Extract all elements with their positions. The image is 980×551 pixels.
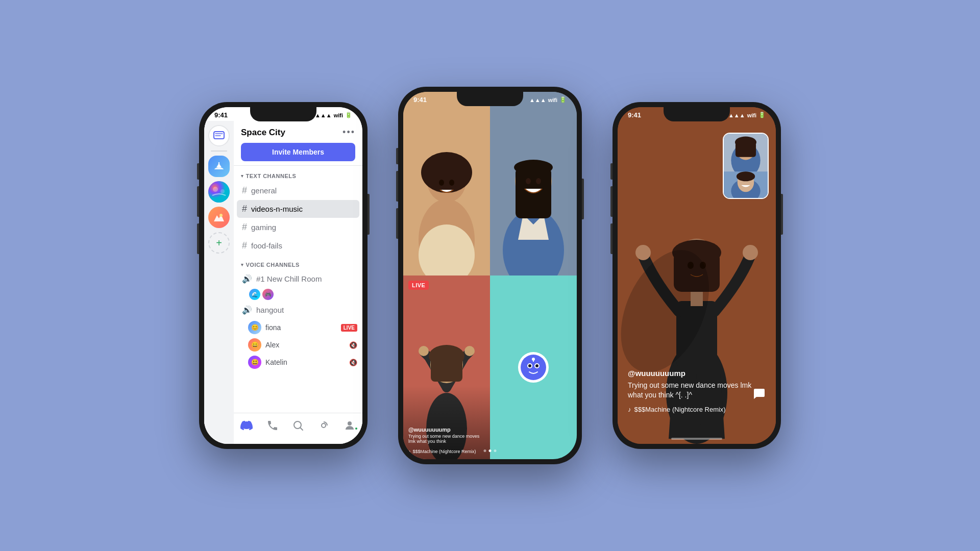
svg-point-2 bbox=[208, 181, 230, 203]
svg-point-23 bbox=[514, 160, 553, 175]
phone-2-screen: 9:41 ▲▲▲ wifi 🔋 bbox=[403, 92, 577, 459]
add-server-button[interactable]: + bbox=[208, 232, 230, 254]
dot-3 bbox=[494, 449, 497, 452]
channel-name-gaming: gaming bbox=[251, 223, 276, 232]
pip-person-1-svg bbox=[724, 134, 768, 172]
voice-hangout[interactable]: 🔊 hangout bbox=[237, 302, 359, 318]
speech-bubble-icon bbox=[752, 387, 766, 400]
volume-mute-button-3[interactable] bbox=[610, 163, 612, 180]
svg-point-4 bbox=[220, 189, 225, 193]
channel-sections: ▾ TEXT CHANNELS # general # videos-n-mus… bbox=[234, 166, 362, 413]
dance-music-track: $$$Machine (Nightcore Remix) bbox=[634, 406, 726, 413]
volume-down-button-3[interactable] bbox=[610, 223, 612, 254]
alex-name: Alex bbox=[265, 341, 345, 349]
video-cell-bottom-right bbox=[490, 276, 577, 459]
katelin-avatar: 😃 bbox=[248, 356, 261, 369]
status-icons-2: ▲▲▲ wifi 🔋 bbox=[529, 96, 567, 103]
phone-3: 9:41 ▲▲▲ wifi 🔋 bbox=[612, 102, 781, 449]
live-badge-fiona: LIVE bbox=[341, 324, 357, 332]
svg-point-8 bbox=[348, 421, 352, 425]
text-channels-header[interactable]: ▾ TEXT CHANNELS bbox=[234, 170, 362, 181]
nav-discord[interactable] bbox=[234, 417, 259, 434]
alex-muted-icon: 🔇 bbox=[349, 341, 357, 349]
music-track: $$$Machine (Nightcore Remix) bbox=[413, 449, 476, 454]
home-indicator-3 bbox=[671, 438, 722, 440]
alex-avatar: 😄 bbox=[248, 338, 261, 352]
volume-up-button[interactable] bbox=[197, 186, 199, 217]
channel-videos-n-music[interactable]: # videos-n-music bbox=[237, 200, 359, 218]
time-3: 9:41 bbox=[628, 111, 641, 119]
voice-channels-label: VOICE CHANNELS bbox=[246, 262, 300, 268]
fiona-name: fiona bbox=[265, 323, 337, 332]
svg-point-3 bbox=[213, 187, 218, 192]
status-icons-1: ▲▲▲ wifi 🔋 bbox=[315, 112, 352, 118]
server-icon-gradient[interactable] bbox=[208, 181, 230, 203]
nav-search[interactable] bbox=[285, 417, 311, 434]
hash-icon-2: # bbox=[242, 204, 247, 214]
volume-down-button[interactable] bbox=[197, 223, 199, 254]
video-cell-top-left bbox=[403, 92, 490, 276]
channel-food-fails[interactable]: # food-fails bbox=[237, 237, 359, 255]
battery-icon: 🔋 bbox=[345, 112, 352, 118]
channel-general[interactable]: # general bbox=[237, 182, 359, 199]
video-cell-top-right bbox=[490, 92, 577, 276]
dot-2 bbox=[489, 449, 492, 452]
battery-icon-2: 🔋 bbox=[559, 96, 567, 103]
signal-icon: ▲▲▲ bbox=[315, 112, 332, 118]
volume-up-button-2[interactable] bbox=[396, 171, 398, 202]
video-cell-bottom-left: LIVE @wuuuuuuump Trying out some new dan… bbox=[403, 276, 490, 459]
power-button-2[interactable] bbox=[582, 179, 584, 219]
dm-icon[interactable] bbox=[208, 125, 230, 146]
phone-3-screen: 9:41 ▲▲▲ wifi 🔋 bbox=[618, 107, 776, 444]
bottom-nav bbox=[234, 413, 362, 444]
dance-overlay: @wuuuuuuump Trying out some new dance mo… bbox=[628, 369, 766, 413]
voice-chill-room[interactable]: 🔊 #1 New Chill Room bbox=[237, 270, 359, 287]
server-icon-mountain[interactable] bbox=[208, 207, 230, 228]
dance-screen: 9:41 ▲▲▲ wifi 🔋 bbox=[618, 107, 776, 444]
pip-window bbox=[723, 133, 769, 199]
hash-icon: # bbox=[242, 185, 247, 196]
more-options-icon[interactable]: ••• bbox=[342, 127, 355, 138]
pip-bottom bbox=[724, 172, 768, 198]
page-dots bbox=[484, 449, 497, 452]
voice-channels-header[interactable]: ▾ VOICE CHANNELS bbox=[234, 259, 362, 270]
volume-up-button-3[interactable] bbox=[610, 186, 612, 217]
svg-rect-32 bbox=[431, 356, 462, 382]
wifi-icon-3: wifi bbox=[747, 112, 756, 118]
phone-1: 9:41 ▲▲▲ wifi 🔋 bbox=[199, 102, 368, 449]
channel-gaming[interactable]: # gaming bbox=[237, 218, 359, 236]
volume-mute-button[interactable] bbox=[197, 163, 199, 180]
comment-icon[interactable] bbox=[752, 387, 766, 403]
power-button[interactable] bbox=[368, 194, 370, 235]
voice-member-katelin[interactable]: 😃 Katelin 🔇 bbox=[234, 354, 362, 371]
voice-member-fiona[interactable]: 😊 fiona LIVE bbox=[234, 319, 362, 336]
katelin-muted-icon: 🔇 bbox=[349, 359, 357, 366]
text-channels-label: TEXT CHANNELS bbox=[246, 173, 297, 179]
svg-point-25 bbox=[536, 178, 541, 184]
svg-point-5 bbox=[219, 214, 223, 217]
svg-rect-0 bbox=[214, 132, 224, 139]
channel-list: Space City ••• Invite Members ▾ TEXT CHA… bbox=[234, 121, 362, 444]
katelin-name: Katelin bbox=[265, 358, 345, 366]
online-indicator bbox=[354, 427, 358, 431]
svg-point-16 bbox=[434, 153, 459, 179]
svg-point-28 bbox=[419, 346, 429, 356]
invite-members-button[interactable]: Invite Members bbox=[241, 143, 355, 161]
server-icon-boat[interactable] bbox=[208, 156, 230, 177]
nav-mentions[interactable] bbox=[311, 417, 336, 434]
channel-name-general: general bbox=[251, 186, 277, 195]
voice-channel-name-1: #1 New Chill Room bbox=[256, 274, 322, 283]
power-button-3[interactable] bbox=[781, 194, 783, 235]
nav-phone[interactable] bbox=[259, 417, 285, 434]
speaker-icon: 🔊 bbox=[242, 274, 252, 284]
server-divider bbox=[211, 151, 227, 152]
volume-mute-button-2[interactable] bbox=[396, 148, 398, 164]
bot-icon bbox=[521, 355, 546, 380]
server-sidebar: + bbox=[204, 121, 234, 444]
phone-2: 9:41 ▲▲▲ wifi 🔋 bbox=[398, 87, 582, 464]
dot-1 bbox=[484, 449, 486, 452]
nav-profile[interactable] bbox=[337, 417, 362, 434]
voice-member-alex[interactable]: 😄 Alex 🔇 bbox=[234, 336, 362, 354]
volume-down-button-2[interactable] bbox=[396, 208, 398, 239]
voice-user-avatar-1: 🌊 bbox=[249, 289, 260, 300]
